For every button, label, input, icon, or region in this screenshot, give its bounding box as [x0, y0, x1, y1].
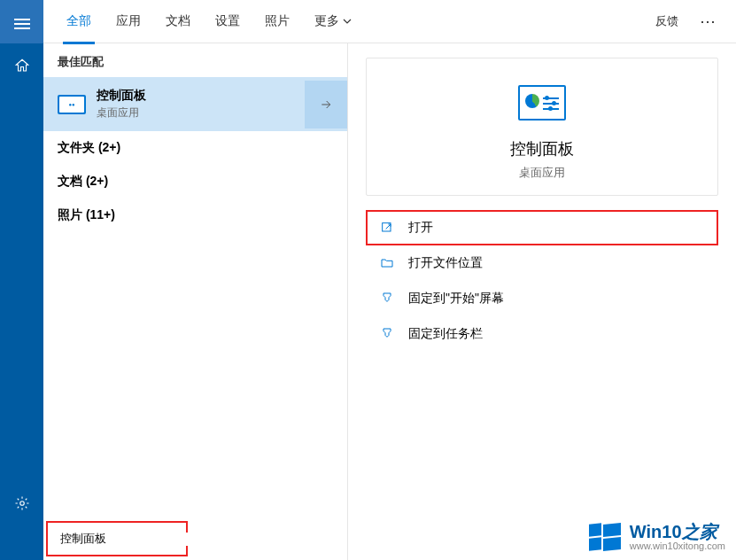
- hamburger-button[interactable]: [0, 0, 43, 43]
- results-panel: 最佳匹配 控制面板 桌面应用 文件夹 (2+) 文档 (2+) 照片: [43, 43, 348, 560]
- category-photos[interactable]: 照片 (11+): [43, 198, 347, 232]
- action-open-location[interactable]: 打开文件位置: [366, 245, 718, 281]
- windows-logo-icon: [589, 524, 621, 550]
- home-icon: [14, 58, 30, 74]
- result-subtitle: 桌面应用: [97, 105, 146, 121]
- actions-list: 打开 打开文件位置 固定到"开始"屏幕 固定到任务栏: [366, 210, 718, 352]
- best-match-header: 最佳匹配: [43, 43, 347, 77]
- pin-start-icon: [378, 290, 396, 307]
- tab-photos[interactable]: 照片: [252, 0, 302, 43]
- action-open[interactable]: 打开: [366, 210, 718, 245]
- result-title: 控制面板: [97, 88, 146, 104]
- sidebar: [0, 0, 43, 560]
- search-bar[interactable]: [46, 521, 188, 556]
- tab-apps[interactable]: 应用: [104, 0, 153, 43]
- tab-settings[interactable]: 设置: [203, 0, 252, 43]
- control-panel-icon: [58, 95, 86, 114]
- detail-subtitle: 桌面应用: [519, 165, 565, 181]
- hamburger-icon: [14, 16, 30, 28]
- gear-icon: [14, 495, 30, 511]
- result-expand-button[interactable]: [305, 81, 347, 128]
- category-folders[interactable]: 文件夹 (2+): [43, 131, 347, 165]
- tab-all[interactable]: 全部: [54, 0, 104, 43]
- tabs-bar: 全部 应用 文档 设置 照片 更多 反馈 ⋯: [43, 0, 736, 43]
- tab-documents[interactable]: 文档: [153, 0, 203, 43]
- detail-card: 控制面板 桌面应用: [366, 58, 718, 196]
- open-icon: [378, 219, 396, 237]
- pin-taskbar-icon: [378, 325, 396, 343]
- svg-point-0: [19, 501, 24, 505]
- tab-more[interactable]: 更多: [302, 0, 364, 43]
- watermark: Win10之家 www.win10xitong.com: [589, 523, 725, 551]
- detail-title: 控制面板: [510, 138, 574, 159]
- category-documents[interactable]: 文档 (2+): [43, 165, 347, 198]
- control-panel-large-icon: [518, 85, 566, 121]
- feedback-link[interactable]: 反馈: [643, 13, 691, 29]
- chevron-down-icon: [343, 19, 352, 24]
- detail-panel: 控制面板 桌面应用 打开 打开文件位置 固定到"开始"屏幕: [348, 43, 736, 560]
- watermark-url: www.win10xitong.com: [630, 541, 725, 551]
- arrow-right-icon: [319, 97, 333, 112]
- action-pin-taskbar[interactable]: 固定到任务栏: [366, 316, 718, 352]
- result-item-control-panel[interactable]: 控制面板 桌面应用: [43, 77, 347, 131]
- search-input[interactable]: [60, 533, 209, 546]
- more-menu-button[interactable]: ⋯: [691, 12, 725, 31]
- action-pin-start[interactable]: 固定到"开始"屏幕: [366, 281, 718, 316]
- folder-icon: [378, 254, 396, 272]
- home-button[interactable]: [0, 43, 43, 87]
- settings-button[interactable]: [0, 481, 43, 525]
